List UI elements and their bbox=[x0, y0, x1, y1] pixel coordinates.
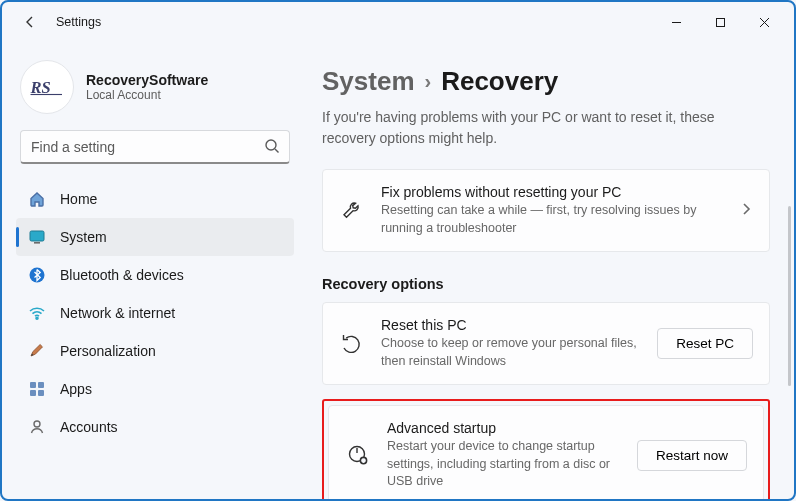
reset-icon bbox=[339, 331, 365, 357]
reset-pc-card: Reset this PC Choose to keep or remove y… bbox=[322, 302, 770, 385]
search-input[interactable] bbox=[20, 130, 290, 164]
content-area: RS RecoverySoftware Local Account Home bbox=[2, 42, 794, 499]
sidebar-item-home[interactable]: Home bbox=[16, 180, 294, 218]
wrench-icon bbox=[339, 198, 365, 224]
sidebar-item-label: Accounts bbox=[60, 419, 118, 435]
search-icon bbox=[264, 138, 280, 157]
sidebar-item-label: System bbox=[60, 229, 107, 245]
page-title: Recovery bbox=[441, 66, 558, 97]
sidebar-item-bluetooth[interactable]: Bluetooth & devices bbox=[16, 256, 294, 294]
account-name: RecoverySoftware bbox=[86, 72, 208, 88]
reset-pc-button[interactable]: Reset PC bbox=[657, 328, 753, 359]
svg-rect-5 bbox=[34, 242, 40, 244]
avatar-logo-icon: RS bbox=[29, 76, 65, 98]
window-controls bbox=[654, 7, 786, 37]
close-icon bbox=[759, 17, 770, 28]
svg-point-12 bbox=[34, 421, 40, 427]
scrollbar[interactable] bbox=[788, 206, 791, 386]
titlebar: Settings bbox=[2, 2, 794, 42]
highlight-box: Advanced startup Restart your device to … bbox=[322, 399, 770, 499]
paintbrush-icon bbox=[28, 342, 46, 360]
bluetooth-icon bbox=[28, 266, 46, 284]
sidebar-item-apps[interactable]: Apps bbox=[16, 370, 294, 408]
search-wrap bbox=[20, 130, 290, 164]
card-body: Reset this PC Choose to keep or remove y… bbox=[381, 317, 641, 370]
close-button[interactable] bbox=[742, 7, 786, 37]
svg-rect-0 bbox=[716, 18, 724, 26]
home-icon bbox=[28, 190, 46, 208]
sidebar-item-label: Network & internet bbox=[60, 305, 175, 321]
back-button[interactable] bbox=[16, 8, 44, 36]
svg-rect-9 bbox=[38, 382, 44, 388]
section-header: Recovery options bbox=[322, 276, 770, 292]
sidebar-item-label: Home bbox=[60, 191, 97, 207]
svg-point-2 bbox=[266, 140, 276, 150]
restart-now-button[interactable]: Restart now bbox=[637, 440, 747, 471]
sidebar-item-personalization[interactable]: Personalization bbox=[16, 332, 294, 370]
card-body: Fix problems without resetting your PC R… bbox=[381, 184, 723, 237]
svg-rect-3 bbox=[30, 231, 44, 241]
svg-point-7 bbox=[36, 317, 38, 319]
card-desc: Resetting can take a while — first, try … bbox=[381, 202, 723, 237]
system-icon bbox=[28, 228, 46, 246]
intro-text: If you're having problems with your PC o… bbox=[322, 107, 770, 149]
window-title: Settings bbox=[56, 15, 101, 29]
arrow-left-icon bbox=[22, 14, 38, 30]
wifi-icon bbox=[28, 304, 46, 322]
account-block[interactable]: RS RecoverySoftware Local Account bbox=[16, 54, 294, 130]
chevron-right-icon bbox=[739, 202, 753, 219]
sidebar: RS RecoverySoftware Local Account Home bbox=[2, 42, 302, 499]
svg-rect-11 bbox=[38, 390, 44, 396]
card-desc: Choose to keep or remove your personal f… bbox=[381, 335, 641, 370]
maximize-icon bbox=[715, 17, 726, 28]
svg-rect-10 bbox=[30, 390, 36, 396]
sidebar-item-network[interactable]: Network & internet bbox=[16, 294, 294, 332]
svg-rect-8 bbox=[30, 382, 36, 388]
account-text: RecoverySoftware Local Account bbox=[86, 72, 208, 102]
card-title: Advanced startup bbox=[387, 420, 621, 436]
person-icon bbox=[28, 418, 46, 436]
sidebar-item-label: Bluetooth & devices bbox=[60, 267, 184, 283]
card-title: Reset this PC bbox=[381, 317, 641, 333]
maximize-button[interactable] bbox=[698, 7, 742, 37]
sidebar-item-label: Apps bbox=[60, 381, 92, 397]
advanced-startup-card: Advanced startup Restart your device to … bbox=[328, 405, 764, 499]
card-desc: Restart your device to change startup se… bbox=[387, 438, 621, 491]
fix-problems-card[interactable]: Fix problems without resetting your PC R… bbox=[322, 169, 770, 252]
minimize-icon bbox=[671, 17, 682, 28]
card-body: Advanced startup Restart your device to … bbox=[387, 420, 621, 491]
minimize-button[interactable] bbox=[654, 7, 698, 37]
sidebar-item-label: Personalization bbox=[60, 343, 156, 359]
sidebar-item-system[interactable]: System bbox=[16, 218, 294, 256]
nav: Home System Bluetooth & devices Network … bbox=[16, 180, 294, 446]
account-type: Local Account bbox=[86, 88, 208, 102]
breadcrumb-parent[interactable]: System bbox=[322, 66, 415, 97]
main-panel: System › Recovery If you're having probl… bbox=[302, 42, 794, 499]
avatar: RS bbox=[20, 60, 74, 114]
power-gear-icon bbox=[345, 442, 371, 468]
sidebar-item-accounts[interactable]: Accounts bbox=[16, 408, 294, 446]
apps-icon bbox=[28, 380, 46, 398]
card-title: Fix problems without resetting your PC bbox=[381, 184, 723, 200]
settings-window: Settings RS RecoverySoftware Local Accou… bbox=[0, 0, 796, 501]
chevron-right-icon: › bbox=[425, 70, 432, 93]
breadcrumb: System › Recovery bbox=[322, 66, 770, 97]
